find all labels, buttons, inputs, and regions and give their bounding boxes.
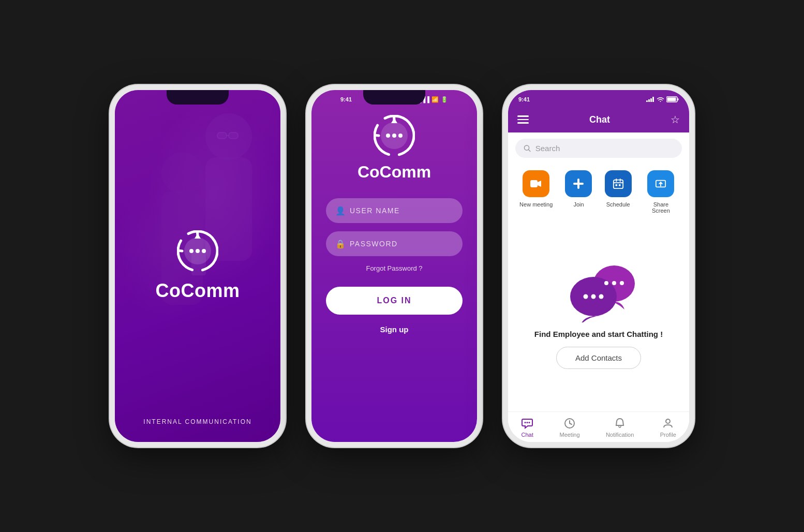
svg-point-42 — [604, 281, 608, 285]
status-icons-chat — [646, 96, 679, 102]
svg-marker-19 — [391, 118, 397, 123]
svg-point-18 — [398, 134, 403, 138]
svg-point-11 — [196, 249, 200, 253]
quick-action-new-meeting[interactable]: New meeting — [519, 170, 553, 214]
svg-rect-32 — [614, 180, 623, 189]
nav-item-notification[interactable]: Notification — [606, 417, 634, 438]
username-wrapper[interactable]: 👤 — [326, 198, 463, 223]
new-meeting-label: New meeting — [519, 201, 553, 208]
share-screen-icon — [647, 170, 674, 197]
battery-icon-chat — [666, 96, 679, 102]
svg-point-16 — [386, 134, 390, 138]
svg-line-53 — [570, 423, 572, 424]
chat-header-title: Chat — [589, 114, 610, 125]
search-input-wrap[interactable] — [515, 139, 682, 158]
svg-point-44 — [620, 281, 624, 285]
empty-state-text: Find Employee and start Chatting ! — [534, 330, 663, 338]
phone-chat: 9:41 — [503, 85, 694, 447]
splash-logo-area: CoComm — [156, 230, 240, 302]
cocomm-logo-splash — [177, 230, 218, 272]
svg-rect-25 — [678, 98, 679, 100]
quick-action-share-screen[interactable]: Share Screen — [644, 170, 678, 214]
menu-line-1 — [517, 115, 529, 117]
schedule-label: Schedule — [606, 201, 630, 208]
menu-line-3 — [517, 122, 529, 124]
password-input[interactable] — [326, 231, 463, 256]
add-contacts-button[interactable]: Add Contacts — [556, 347, 641, 369]
phone-splash: CoComm INTERNAL COMMUNICATION — [110, 85, 286, 447]
bottom-nav: Chat Meeting Notification — [508, 411, 689, 442]
svg-rect-23 — [652, 97, 654, 102]
splash-app-title: CoComm — [156, 280, 240, 302]
phones-container: CoComm INTERNAL COMMUNICATION 9:41 ▐▐▐ 📶… — [89, 64, 715, 468]
chat-screen: 9:41 — [508, 90, 689, 442]
svg-rect-20 — [646, 100, 648, 102]
splash-subtitle: INTERNAL COMMUNICATION — [115, 418, 280, 425]
notification-nav-icon — [614, 417, 626, 430]
quick-action-schedule[interactable]: Schedule — [605, 170, 632, 214]
svg-rect-22 — [650, 98, 652, 102]
notch-login — [363, 90, 425, 105]
login-app-title: CoComm — [358, 162, 431, 182]
login-logo-area: CoComm — [358, 115, 431, 182]
svg-point-54 — [666, 419, 670, 423]
wifi-icon-chat — [657, 97, 664, 102]
chat-nav-icon — [521, 417, 533, 430]
signup-link[interactable]: Sign up — [380, 325, 409, 334]
svg-rect-21 — [648, 99, 650, 102]
password-wrapper[interactable]: 🔒 — [326, 231, 463, 256]
svg-point-47 — [599, 294, 604, 299]
svg-point-10 — [189, 249, 193, 253]
svg-point-43 — [612, 281, 616, 285]
svg-point-50 — [529, 422, 530, 423]
search-bar-area — [508, 132, 689, 162]
svg-rect-37 — [619, 184, 621, 186]
username-input[interactable] — [326, 198, 463, 223]
quick-actions: New meeting Join — [508, 162, 689, 218]
login-screen: 9:41 ▐▐▐ 📶 🔋 CoComm — [311, 90, 477, 442]
svg-marker-13 — [195, 233, 201, 239]
svg-point-46 — [591, 294, 596, 299]
meeting-nav-icon — [563, 417, 576, 430]
svg-rect-31 — [573, 183, 584, 185]
star-icon[interactable]: ☆ — [671, 113, 680, 126]
chat-bubbles-svg — [565, 260, 637, 322]
join-icon — [565, 170, 592, 197]
menu-icon[interactable] — [517, 115, 529, 124]
user-icon: 👤 — [335, 206, 346, 216]
nav-item-chat[interactable]: Chat — [521, 417, 533, 438]
menu-line-2 — [517, 119, 529, 121]
svg-point-45 — [584, 294, 588, 299]
wifi-icon: 📶 — [431, 96, 439, 103]
profile-nav-label: Profile — [660, 432, 676, 438]
status-time-chat: 9:41 — [518, 96, 530, 102]
svg-rect-29 — [530, 180, 538, 187]
nav-item-meeting[interactable]: Meeting — [559, 417, 579, 438]
search-icon — [524, 144, 531, 153]
lock-icon: 🔒 — [335, 239, 346, 249]
notification-nav-label: Notification — [606, 432, 634, 438]
calendar-icon — [613, 178, 624, 189]
signal-bars-icon — [646, 97, 654, 102]
profile-nav-icon — [662, 417, 674, 430]
battery-icon: 🔋 — [441, 96, 448, 103]
notch-chat — [568, 90, 630, 105]
search-input[interactable] — [535, 144, 674, 153]
nav-item-profile[interactable]: Profile — [660, 417, 676, 438]
new-meeting-icon — [523, 170, 549, 197]
video-icon — [530, 179, 542, 189]
svg-line-28 — [529, 150, 530, 151]
share-screen-label: Share Screen — [644, 201, 678, 214]
svg-rect-36 — [615, 184, 617, 186]
plus-icon — [573, 178, 584, 189]
forgot-password-link[interactable]: Forgot Password ? — [366, 264, 422, 272]
quick-action-join[interactable]: Join — [565, 170, 592, 214]
svg-point-12 — [202, 249, 206, 253]
svg-point-49 — [527, 422, 528, 423]
login-button[interactable]: LOG IN — [326, 287, 463, 315]
schedule-icon — [605, 170, 632, 197]
svg-point-48 — [525, 422, 526, 423]
chat-bubble-illustration — [565, 260, 632, 317]
cocomm-logo-login — [374, 115, 415, 156]
status-time-login: 9:41 — [340, 96, 352, 102]
